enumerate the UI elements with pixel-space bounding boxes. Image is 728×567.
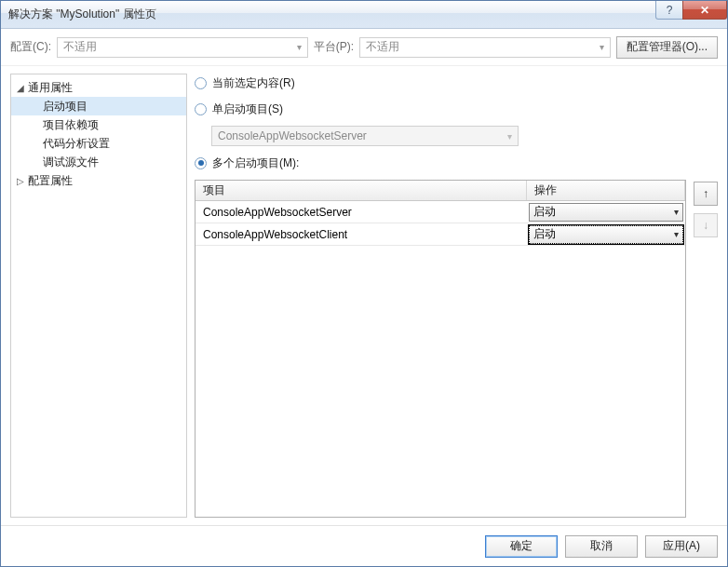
grid-row[interactable]: ConsoleAppWebsocketServer 启动 ▾ [195,201,685,223]
tree-label: 代码分析设置 [43,136,110,152]
platform-value: 不适用 [366,39,399,55]
radio-label: 当前选定内容(R) [212,75,295,91]
radio-label: 多个启动项目(M): [212,155,299,171]
apply-button[interactable]: 应用(A) [645,535,718,558]
chevron-down-icon: ▾ [600,42,604,52]
move-down-button[interactable]: ↓ [694,213,718,237]
radio-label: 单启动项目(S) [212,101,283,117]
cancel-label: 取消 [590,538,613,554]
config-manager-label: 配置管理器(O)... [627,39,708,55]
action-value: 启动 [533,204,556,220]
action-select[interactable]: 启动 ▾ [529,203,683,222]
action-select[interactable]: 启动 ▾ [529,225,683,244]
tree-label: 通用属性 [28,80,73,96]
tree-item-code-analysis[interactable]: 代码分析设置 [11,134,186,153]
cell-project: ConsoleAppWebsocketServer [195,206,527,219]
close-icon: ✕ [700,4,709,17]
tree-label: 调试源文件 [43,155,99,170]
multiple-startup-area: 项目 操作 ConsoleAppWebsocketServer 启动 ▾ [195,180,718,518]
dialog-window: 解决方案 "MySolution" 属性页 ? ✕ 配置(C): 不适用 ▾ 平… [0,0,728,567]
arrow-down-icon: ↓ [703,219,708,232]
ok-label: 确定 [510,538,533,554]
help-button[interactable]: ? [655,1,683,20]
grid-row[interactable]: ConsoleAppWebsocketClient 启动 ▾ [195,223,685,246]
startup-grid[interactable]: 项目 操作 ConsoleAppWebsocketServer 启动 ▾ [195,180,686,518]
cell-action: 启动 ▾ [527,201,685,223]
cell-action: 启动 ▾ [527,223,685,246]
tree-item-debug-source[interactable]: 调试源文件 [11,153,186,171]
body: ◢ 通用属性 启动项目 项目依赖项 代码分析设置 调试源文件 ▷ 配置属性 [1,66,727,525]
reorder-buttons: ↑ ↓ [694,180,718,518]
config-value: 不适用 [63,39,97,55]
collapse-icon[interactable]: ◢ [17,83,28,93]
radio-multiple-startup[interactable]: 多个启动项目(M): [195,154,718,172]
titlebar[interactable]: 解决方案 "MySolution" 属性页 ? ✕ [1,1,727,29]
tree-item-startup[interactable]: 启动项目 [11,97,186,115]
expand-icon[interactable]: ▷ [17,176,28,186]
startup-panel: 当前选定内容(R) 单启动项目(S) ConsoleAppWebsocketSe… [195,74,718,518]
arrow-up-icon: ↑ [703,187,708,200]
radio-icon[interactable] [195,157,207,169]
chevron-down-icon: ▾ [674,207,679,217]
tree-item-config-props[interactable]: ▷ 配置属性 [11,171,186,190]
titlebar-buttons: ? ✕ [656,1,727,28]
platform-label: 平台(P): [314,39,354,55]
platform-select[interactable]: 不适用 ▾ [359,37,611,58]
config-manager-button[interactable]: 配置管理器(O)... [616,36,718,59]
col-header-action[interactable]: 操作 [527,181,685,200]
col-header-project[interactable]: 项目 [195,181,527,200]
window-title: 解决方案 "MySolution" 属性页 [8,7,656,22]
grid-header: 项目 操作 [195,181,685,201]
apply-label: 应用(A) [663,538,700,554]
tree-label: 配置属性 [28,173,73,189]
chevron-down-icon: ▾ [507,131,512,142]
ok-button[interactable]: 确定 [485,535,558,558]
tree-item-common[interactable]: ◢ 通用属性 [11,78,186,97]
move-up-button[interactable]: ↑ [694,182,718,206]
single-startup-select: ConsoleAppWebsocketServer ▾ [211,126,519,146]
single-startup-value: ConsoleAppWebsocketServer [218,129,367,142]
dialog-footer: 确定 取消 应用(A) [1,525,727,566]
tree-label: 项目依赖项 [43,117,99,133]
tree-item-dependencies[interactable]: 项目依赖项 [11,115,186,134]
property-tree[interactable]: ◢ 通用属性 启动项目 项目依赖项 代码分析设置 调试源文件 ▷ 配置属性 [10,74,187,518]
radio-icon[interactable] [195,103,207,115]
chevron-down-icon: ▾ [297,42,302,52]
action-value: 启动 [533,226,556,242]
radio-single-startup[interactable]: 单启动项目(S) [195,100,718,118]
cell-project: ConsoleAppWebsocketClient [195,228,527,241]
config-select[interactable]: 不适用 ▾ [57,37,308,58]
help-icon: ? [667,4,673,17]
config-toolbar: 配置(C): 不适用 ▾ 平台(P): 不适用 ▾ 配置管理器(O)... [1,29,727,66]
close-button[interactable]: ✕ [682,1,727,20]
config-label: 配置(C): [10,39,51,55]
chevron-down-icon: ▾ [674,229,679,239]
cancel-button[interactable]: 取消 [565,535,638,558]
tree-label: 启动项目 [43,99,88,115]
radio-current-selection[interactable]: 当前选定内容(R) [195,74,718,92]
radio-icon[interactable] [195,77,207,89]
